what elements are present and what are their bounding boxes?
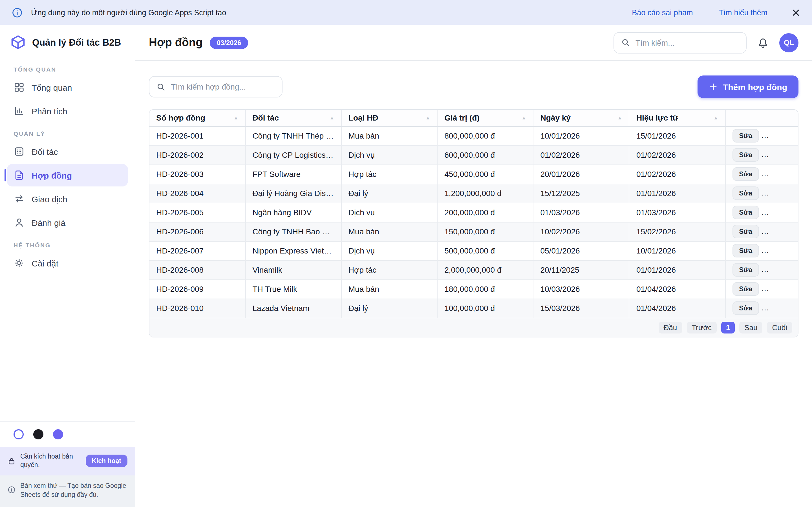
- delete-button[interactable]: Xoá: [766, 263, 791, 277]
- sort-icon: ▲: [425, 115, 430, 121]
- pagination: Đầu Trước 1 Sau Cuối: [149, 318, 798, 337]
- edit-button[interactable]: Sửa: [732, 148, 759, 162]
- cell-sign-date: 10/01/2026: [534, 126, 629, 145]
- pagination-first[interactable]: Đầu: [658, 322, 682, 334]
- cell-contract-type: Hợp tác: [342, 260, 437, 279]
- delete-button[interactable]: Xoá: [766, 186, 791, 200]
- cell-partner: Vinamilk: [245, 260, 341, 279]
- close-icon[interactable]: [791, 8, 801, 17]
- cell-contract-id: HD-2026-006: [149, 222, 245, 241]
- add-contract-button[interactable]: Thêm hợp đồng: [698, 75, 799, 98]
- cell-contract-type: Đại lý: [342, 184, 437, 203]
- delete-button[interactable]: Xoá: [766, 129, 791, 143]
- cell-contract-id: HD-2026-010: [149, 298, 245, 318]
- cell-sign-date: 20/11/2025: [534, 260, 629, 279]
- search-icon: [621, 38, 630, 47]
- cell-contract-type: Đại lý: [342, 298, 437, 318]
- report-abuse-link[interactable]: Báo cáo sai phạm: [632, 8, 693, 17]
- theme-swatch-light[interactable]: [13, 429, 24, 439]
- bell-icon[interactable]: [756, 36, 770, 49]
- global-search: [613, 32, 747, 53]
- activate-button[interactable]: Kích hoạt: [86, 455, 128, 467]
- edit-button[interactable]: Sửa: [732, 186, 759, 200]
- cell-effective-date: 01/04/2026: [629, 279, 725, 298]
- swap-arrows-icon: [13, 193, 25, 205]
- edit-button[interactable]: Sửa: [732, 263, 759, 277]
- edit-button[interactable]: Sửa: [732, 282, 759, 296]
- cell-partner: TH True Milk: [245, 279, 341, 298]
- license-message: Cần kích hoạt bản quyền.: [20, 452, 81, 470]
- contracts-table-body: HD-2026-001 Công ty TNHH Thép H… Mua bán…: [149, 126, 798, 318]
- theme-swatch-accent[interactable]: [53, 429, 63, 439]
- sidebar-item-reviews[interactable]: Đánh giá: [7, 211, 128, 234]
- pagination-prev[interactable]: Trước: [687, 322, 717, 334]
- edit-button[interactable]: Sửa: [732, 302, 759, 315]
- cell-partner: Công ty TNHH Thép H…: [245, 126, 341, 145]
- sidebar-item-label: Phân tích: [32, 106, 67, 116]
- column-header-effective-date[interactable]: Hiệu lực từ▲: [629, 110, 725, 126]
- edit-button[interactable]: Sửa: [732, 206, 759, 219]
- theme-swatch-dark[interactable]: [33, 429, 43, 439]
- sidebar-nav: TỔNG QUAN Tổng quan Phân tích QUẢN LÝ: [0, 58, 135, 276]
- avatar[interactable]: QL: [779, 33, 799, 52]
- cell-contract-id: HD-2026-003: [149, 165, 245, 184]
- cell-effective-date: 01/04/2026: [629, 298, 725, 318]
- cell-actions: Sửa Xoá: [725, 298, 798, 318]
- delete-button[interactable]: Xoá: [766, 244, 791, 258]
- sidebar-item-contracts[interactable]: Hợp đồng: [7, 164, 128, 186]
- delete-button[interactable]: Xoá: [766, 302, 791, 315]
- cell-value: 800,000,000 đ: [437, 126, 533, 145]
- sidebar-item-analytics[interactable]: Phân tích: [7, 100, 128, 122]
- delete-button[interactable]: Xoá: [766, 282, 791, 296]
- sort-icon: ▲: [713, 115, 718, 121]
- sort-icon: ▲: [617, 115, 622, 121]
- sidebar-item-label: Đối tác: [32, 147, 58, 156]
- cell-value: 450,000,000 đ: [437, 165, 533, 184]
- cell-value: 600,000,000 đ: [437, 145, 533, 165]
- sidebar-item-settings[interactable]: Cài đặt: [7, 252, 128, 274]
- sidebar-item-label: Tổng quan: [32, 82, 72, 92]
- sidebar-item-partners[interactable]: Đối tác: [7, 140, 128, 163]
- column-header-actions: [725, 110, 798, 126]
- delete-button[interactable]: Xoá: [766, 225, 791, 238]
- cell-value: 1,200,000,000 đ: [437, 184, 533, 203]
- edit-button[interactable]: Sửa: [732, 225, 759, 238]
- cell-sign-date: 01/03/2026: [534, 203, 629, 222]
- sidebar-item-transactions[interactable]: Giao dịch: [7, 187, 128, 210]
- contracts-search-input[interactable]: [171, 82, 275, 91]
- cell-effective-date: 01/01/2026: [629, 260, 725, 279]
- column-header-contract-id[interactable]: Số hợp đồng▲: [149, 110, 245, 126]
- cell-contract-id: HD-2026-005: [149, 203, 245, 222]
- edit-button[interactable]: Sửa: [732, 129, 759, 143]
- column-header-partner[interactable]: Đối tác▲: [245, 110, 341, 126]
- lock-icon: [7, 457, 16, 465]
- pagination-current-page[interactable]: 1: [721, 322, 735, 334]
- cell-value: 180,000,000 đ: [437, 279, 533, 298]
- pagination-last[interactable]: Cuối: [767, 322, 793, 334]
- cell-actions: Sửa Xoá: [725, 126, 798, 145]
- pagination-next[interactable]: Sau: [739, 322, 762, 334]
- column-header-type[interactable]: Loại HĐ▲: [342, 110, 437, 126]
- cell-effective-date: 15/02/2026: [629, 222, 725, 241]
- license-banner: Cần kích hoạt bản quyền. Kích hoạt: [0, 447, 135, 475]
- sidebar-item-overview[interactable]: Tổng quan: [7, 76, 128, 99]
- edit-button[interactable]: Sửa: [732, 244, 759, 258]
- cell-actions: Sửa Xoá: [725, 184, 798, 203]
- edit-button[interactable]: Sửa: [732, 167, 759, 181]
- global-search-input[interactable]: [636, 38, 739, 47]
- delete-button[interactable]: Xoá: [766, 148, 791, 162]
- search-icon: [156, 82, 166, 92]
- plus-icon: [709, 82, 718, 91]
- cell-partner: Lazada Vietnam: [245, 298, 341, 318]
- learn-more-link[interactable]: Tìm hiểu thêm: [719, 8, 767, 17]
- cell-sign-date: 15/12/2025: [534, 184, 629, 203]
- sidebar-item-label: Đánh giá: [32, 218, 65, 227]
- delete-button[interactable]: Xoá: [766, 206, 791, 219]
- column-header-sign-date[interactable]: Ngày ký▲: [534, 110, 629, 126]
- cell-effective-date: 01/02/2026: [629, 165, 725, 184]
- column-header-value[interactable]: Giá trị (đ)▲: [437, 110, 533, 126]
- table-row: HD-2026-003 FPT Software Hợp tác 450,000…: [149, 165, 798, 184]
- sort-icon: ▲: [522, 115, 526, 121]
- cell-contract-type: Mua bán: [342, 126, 437, 145]
- delete-button[interactable]: Xoá: [766, 167, 791, 181]
